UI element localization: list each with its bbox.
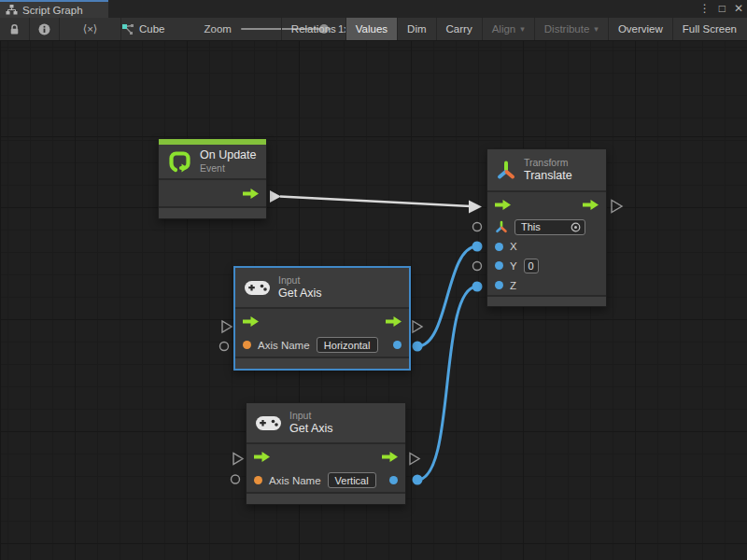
axis-name-value: Vertical [335,475,369,486]
get-axis-v-exec-in-port[interactable] [233,454,243,465]
flow-arrow-in-icon[interactable] [243,316,259,327]
exec-row [235,309,409,333]
get-axis-v-name-port[interactable] [232,475,240,483]
x-input-row: X [487,237,606,256]
x-port-label: X [510,241,517,252]
node-subtitle: Event [200,162,256,175]
axis-name-value: Horizontal [324,340,371,351]
node-category: Input [278,274,322,287]
node-title: Get Axis [289,422,333,437]
translate-y-port[interactable] [473,262,482,271]
exec-out-row [159,180,266,206]
result-port-dot[interactable] [389,476,398,484]
flow-arrow-out-icon[interactable] [386,316,402,327]
wire-horizontal-to-x[interactable] [417,246,477,346]
node-category: Transform [524,157,572,169]
axis-name-label: Axis Name [258,340,310,351]
y-input-row: Y 0 [487,256,606,275]
translate-x-port-dot[interactable] [472,242,483,252]
node-header[interactable]: On Update Event [159,145,266,180]
node-footer [235,357,409,369]
wire-on-update-to-translate[interactable] [280,197,471,207]
get-axis-h-exec-in-port[interactable] [222,321,232,332]
y-port-dot[interactable] [495,261,503,270]
axis-name-field[interactable]: Horizontal [317,337,378,353]
transform-axes-icon [496,160,516,181]
wire-start-arrow[interactable] [270,190,281,203]
wire-vertical-to-z[interactable] [417,287,477,480]
result-port-dot[interactable] [393,341,402,349]
node-header[interactable]: Input Get Axis [235,268,409,309]
flow-arrow-in-icon[interactable] [495,200,511,210]
y-value: 0 [529,260,534,272]
flow-arrow-in-icon[interactable] [254,452,270,462]
target-object-field[interactable]: This [514,219,585,235]
exec-row [487,192,606,217]
node-title: Translate [524,169,572,184]
axis-name-row: Axis Name Horizontal [235,333,409,357]
transform-mini-icon [495,220,508,233]
axis-name-label: Axis Name [269,475,321,486]
flow-arrow-out-icon[interactable] [583,200,599,210]
node-on-update[interactable]: On Update Event [158,138,267,219]
node-get-axis-horizontal[interactable]: Input Get Axis Axis Name Horizontal [233,266,411,371]
x-port-dot[interactable] [495,243,503,251]
node-title: Get Axis [278,287,322,301]
wire-end-arrow[interactable] [469,201,482,214]
node-category: Input [289,410,333,422]
node-get-axis-vertical[interactable]: Input Get Axis Axis Name Vertical [246,402,406,505]
translate-z-port-dot[interactable] [472,282,483,292]
get-axis-h-exec-out-port[interactable] [413,321,422,332]
get-axis-v-exec-out-port[interactable] [410,454,419,465]
z-input-row: Z [487,275,606,295]
flow-arrow-out-icon[interactable] [243,189,259,199]
get-axis-h-name-port[interactable] [220,343,229,351]
axis-name-port-dot[interactable] [254,476,262,484]
axis-name-port-dot[interactable] [243,341,251,349]
node-footer [247,492,405,504]
y-port-label: Y [510,260,517,272]
target-object-value: This [521,221,541,232]
unity-window: Script Graph ⋮ □ ✕ [0,0,747,560]
y-value-field[interactable]: 0 [524,259,539,273]
gamepad-icon [255,415,282,431]
node-header[interactable]: Transform Translate [487,149,606,192]
translate-this-port[interactable] [473,223,482,231]
axis-name-row: Axis Name Vertical [247,469,405,492]
z-port-dot[interactable] [495,281,503,289]
object-picker-icon[interactable] [571,222,581,232]
exec-row [247,444,405,469]
get-axis-h-out-dot[interactable] [413,342,423,352]
node-header[interactable]: Input Get Axis [247,403,405,444]
node-footer [159,206,266,218]
get-axis-v-out-dot[interactable] [413,475,423,485]
node-footer [487,295,606,306]
z-port-label: Z [510,280,516,291]
translate-exec-out-port[interactable] [612,201,622,213]
target-row: This [487,217,606,237]
gamepad-icon [244,280,271,296]
event-loop-icon [167,149,192,175]
node-translate[interactable]: Transform Translate This [486,148,607,307]
flow-arrow-out-icon[interactable] [382,452,398,462]
axis-name-field[interactable]: Vertical [328,472,376,488]
node-title: On Update [200,148,256,163]
